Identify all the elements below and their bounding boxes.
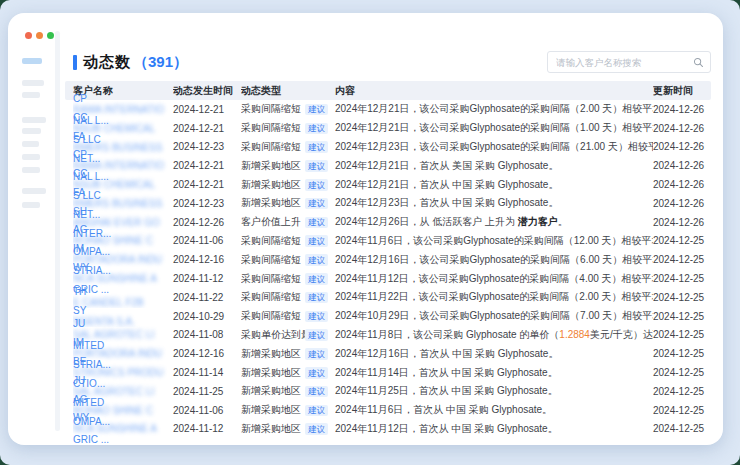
content-text: 2024年12月21日，该公司采购Glyphosate的采购间隔（2.00 天）… [335, 103, 653, 114]
suggestion-badge[interactable]: 建议 [305, 235, 328, 247]
suggestion-badge[interactable]: 建议 [305, 273, 328, 285]
sidebar-item[interactable] [22, 202, 40, 208]
sidebar-item[interactable] [22, 188, 46, 194]
updated-date-cell: 2024-12-25 [653, 254, 711, 265]
main-content: 动态数 （391） 客户名称动态发生时间动态类型内容更新时间 CPRAMA IN… [65, 13, 711, 445]
badge-cell: 建议 [305, 160, 335, 172]
table-row[interactable]: SYNGENTA S.A.2024-10-29采购间隔缩短建议2024年10月2… [65, 307, 711, 326]
suggestion-badge[interactable]: 建议 [305, 292, 328, 304]
badge-cell: 建议 [305, 310, 335, 322]
updated-date-cell: 2024-12-25 [653, 367, 711, 378]
column-header: 动态类型 [241, 84, 305, 98]
suggestion-badge[interactable]: 建议 [305, 123, 328, 135]
badge-cell: 建议 [305, 235, 335, 247]
name-visible-suffix: GRIC ... [73, 434, 167, 445]
name-redacted-text: SAL AGROTEC LI [73, 386, 167, 397]
content-cell: 2024年12月16日，首次从 中国 采购 Glyphosate。 [335, 347, 653, 361]
suggestion-badge[interactable]: 建议 [305, 160, 328, 172]
activity-type-cell: 新增采购地区 [241, 384, 305, 398]
activity-type-cell: 采购间隔缩短 [241, 272, 305, 286]
table-row[interactable]: WYNCA SUNSHINE AGRIC ...2024-11-12新增采购地区… [65, 420, 711, 439]
activity-type-cell: 采购间隔缩短 [241, 253, 305, 267]
activity-type-cell: 采购间隔缩短 [241, 309, 305, 323]
sidebar-item-active[interactable] [22, 58, 42, 64]
event-date-cell: 2024-12-16 [173, 254, 241, 265]
content-cell: 2024年11月25日，首次从 中国 采购 Glyphosate。 [335, 384, 653, 398]
name-redacted-text: RMERS BUSINESS [73, 142, 167, 153]
updated-date-cell: 2024-12-26 [653, 104, 711, 115]
suggestion-badge[interactable]: 建议 [305, 367, 328, 379]
content-cell: 2024年11月6日，首次从 中国 采购 Glyphosate。 [335, 403, 653, 417]
activity-type-cell: 新增采购地区 [241, 159, 305, 173]
updated-date-cell: 2024-12-25 [653, 329, 711, 340]
content-text: 2024年11月12日，该公司采购Glyphosate的采购间隔（4.00 天）… [335, 273, 653, 284]
suggestion-badge[interactable]: 建议 [305, 254, 328, 266]
sidebar-item[interactable] [22, 128, 41, 134]
page-background: 动态数 （391） 客户名称动态发生时间动态类型内容更新时间 CPRAMA IN… [0, 0, 740, 465]
content-cell: 2024年11月8日，该公司采购 Glyphosate 的单价（1.2884美元… [335, 328, 653, 342]
content-cell: 2024年12月16日，该公司采购Glyphosate的采购间隔（6.00 天）… [335, 253, 653, 267]
suggestion-badge[interactable]: 建议 [305, 329, 328, 341]
table-row[interactable]: WYNCA SUNSHINE AGRIC ...2024-11-12采购间隔缩短… [65, 269, 711, 288]
name-redacted-text: RAMA INTERNATIO [73, 160, 167, 171]
updated-date-cell: 2024-12-25 [653, 405, 711, 416]
event-date-cell: 2024-12-21 [173, 160, 241, 171]
content-text: 2024年11月8日，该公司采购 Glyphosate 的单价（ [335, 329, 559, 340]
customer-name-link[interactable]: THE CANDEL F2B [73, 286, 173, 308]
content-text: 2024年12月23日，该公司采购Glyphosate的采购间隔（21.00 天… [335, 141, 653, 152]
activity-type-cell: 新增采购地区 [241, 347, 305, 361]
name-redacted-text: NSUB CHEMICAL [73, 179, 167, 190]
sidebar-item[interactable] [22, 92, 40, 98]
customer-name-link[interactable]: SYNGENTA S.A. [73, 305, 173, 327]
name-redacted-text: ANGHAI EVER GO [73, 217, 167, 228]
content-text: 2024年12月21日，首次从 中国 采购 Glyphosate。 [335, 179, 558, 190]
name-redacted-text: ROHAO SHINE C [73, 235, 167, 246]
suggestion-badge[interactable]: 建议 [305, 104, 328, 116]
updated-date-cell: 2024-12-26 [653, 123, 711, 134]
content-cell: 2024年11月22日，该公司采购Glyphosate的采购间隔（2.00 天）… [335, 290, 653, 304]
sidebar-item[interactable] [22, 141, 39, 147]
sidebar-item[interactable] [22, 80, 44, 86]
content-cell: 2024年11月6日，该公司采购Glyphosate的采购间隔（12.00 天）… [335, 234, 653, 248]
updated-date-cell: 2024-12-25 [653, 273, 711, 284]
search-input[interactable] [554, 56, 693, 69]
name-redacted-text: NCA SUNSHINE A [73, 423, 167, 434]
badge-cell: 建议 [305, 141, 335, 153]
suggestion-badge[interactable]: 建议 [305, 198, 328, 210]
emphasized-text: 潜力客户 [518, 216, 558, 227]
suggestion-badge[interactable]: 建议 [305, 405, 328, 417]
sidebar-item[interactable] [22, 117, 46, 123]
event-date-cell: 2024-11-25 [173, 386, 241, 397]
name-redacted-text: STRONICS PRODU [73, 367, 167, 378]
content-text: 2024年11月6日，首次从 中国 采购 Glyphosate。 [335, 404, 552, 415]
sidebar-item[interactable] [22, 154, 40, 160]
updated-date-cell: 2024-12-26 [653, 198, 711, 209]
updated-date-cell: 2024-12-25 [653, 292, 711, 303]
suggestion-badge[interactable]: 建议 [305, 179, 328, 191]
suggestion-badge[interactable]: 建议 [305, 348, 328, 360]
updated-date-cell: 2024-12-26 [653, 179, 711, 190]
content-text: 2024年11月22日，该公司采购Glyphosate的采购间隔（2.00 天）… [335, 291, 653, 302]
suggestion-badge[interactable]: 建议 [305, 217, 328, 229]
suggestion-badge[interactable]: 建议 [305, 423, 328, 435]
name-redacted-text: NSUB CHEMICAL [73, 123, 167, 134]
table-body: CPRAMA INTERNATIONAL L...2024-12-21采购间隔缩… [65, 100, 711, 438]
event-date-cell: 2024-12-16 [173, 348, 241, 359]
badge-cell: 建议 [305, 404, 335, 416]
suggestion-badge[interactable]: 建议 [305, 386, 328, 398]
customer-search-box[interactable] [547, 51, 711, 73]
customer-name-link[interactable]: WYNCA SUNSHINE AGRIC ... [73, 412, 173, 445]
event-date-cell: 2024-12-21 [173, 104, 241, 115]
table-row[interactable]: THE CANDEL F2B2024-11-22采购间隔缩短建议2024年11月… [65, 288, 711, 307]
badge-cell: 建议 [305, 254, 335, 266]
column-header: 内容 [335, 84, 653, 98]
content-cell: 2024年12月21日，首次从 中国 采购 Glyphosate。 [335, 178, 653, 192]
event-date-cell: 2024-11-12 [173, 273, 241, 284]
column-header: 动态发生时间 [173, 84, 241, 98]
sidebar-item[interactable] [22, 167, 40, 173]
content-cell: 2024年11月14日，首次从 中国 采购 Glyphosate。 [335, 366, 653, 380]
suggestion-badge[interactable]: 建议 [305, 311, 328, 323]
suggestion-badge[interactable]: 建议 [305, 141, 328, 153]
updated-date-cell: 2024-12-26 [653, 160, 711, 171]
name-redacted-text: NCA SUNSHINE A [73, 273, 167, 284]
